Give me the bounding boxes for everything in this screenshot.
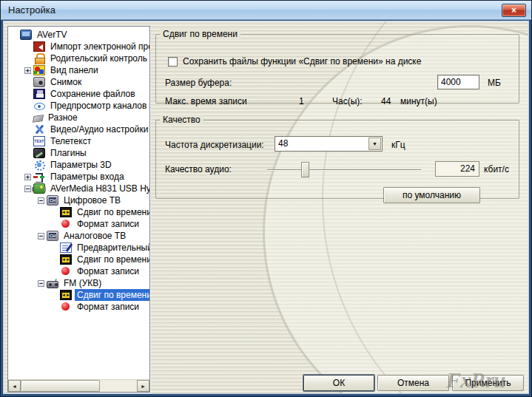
tree-item[interactable]: + Вид панели [8,64,149,76]
tree-item[interactable]: Сдвиг по времени [8,289,149,301]
save-timeshift-checkbox[interactable] [168,57,178,67]
audio-bitrate-value: 224 [435,161,479,177]
tree-item-label: Аналоговое ТВ [61,230,128,242]
tree-item[interactable]: − Аналоговое ТВ [8,230,149,242]
tree-item[interactable]: Импорт электронной прогр [8,41,149,52]
tree-item[interactable]: Параметры 3D [8,159,149,171]
max-record-time-label: Макс. время записи [165,96,247,106]
tree-item[interactable]: Видео/Аудио настройки [8,123,149,135]
tree-item-label: Импорт электронной прогр [48,41,149,52]
tree-item[interactable]: Предпросмотр каналов [8,100,149,112]
tree-item[interactable]: − FM (УКВ) [8,277,149,289]
tree-item[interactable]: Родительский контроль [8,52,149,64]
scroll-right-button[interactable]: ► [137,380,149,392]
import-epg-icon [33,41,45,52]
av-settings-icon [33,124,45,135]
sample-rate-select[interactable]: 48 ▼ [275,136,383,152]
preview-config-icon [60,242,72,253]
tree-item-label: Сохранение файлов [48,88,138,100]
panel-view-icon [33,65,45,75]
parental-control-icon [33,53,45,64]
audio-quality-label: Качество аудио: [165,164,232,174]
slider-track[interactable] [267,169,421,171]
cancel-button[interactable]: Отмена [377,375,449,391]
audio-quality-slider[interactable] [267,162,421,179]
record-format-icon [60,302,72,312]
expand-toggle[interactable]: − [38,280,44,287]
hours-unit-label: Час(ы): [332,96,363,106]
tree-item[interactable]: Сохранение файлов [8,88,149,100]
tree-item[interactable]: Сдвиг по времени [8,254,149,265]
save-timeshift-label: Сохранить файлы функции «Сдвиг по времен… [183,56,421,67]
tree-item-label: AVerTV [35,29,69,41]
file-save-icon [33,89,45,99]
dropdown-arrow-icon[interactable]: ▼ [368,138,381,150]
tree-item[interactable]: AVerTV [8,29,149,41]
tree-item-label: Вид панели [48,64,101,76]
tree-item-label: Сдвиг по времени [75,289,149,301]
audio-bitrate-unit: кбит/с [484,164,509,174]
buffer-size-unit: МБ [488,78,501,88]
minutes-unit-label: минут(ы) [400,96,437,106]
expand-toggle[interactable]: + [24,67,31,74]
digital-tv-icon [47,195,58,206]
expand-toggle[interactable]: − [38,233,44,240]
plugins-icon [33,148,45,158]
tree-item[interactable]: Снимок [8,76,149,88]
titlebar[interactable]: Настройка × [1,1,531,20]
tree-item[interactable]: + Параметры входа [8,171,149,183]
tree-item[interactable]: Разное [8,112,149,123]
tree-item-label: Формат записи [75,265,141,277]
tree-item-label: AVerMedia H831 USB Hybrid [48,183,149,194]
record-format-icon [60,266,72,276]
tree-item[interactable]: − AVerMedia H831 USB Hybrid [8,183,149,194]
sample-rate-label: Частота дискретизации: [165,140,264,150]
buffer-size-input[interactable] [437,75,479,89]
tree-item[interactable]: Сдвиг по времени [8,206,149,218]
expand-toggle[interactable]: − [38,197,44,204]
tree-item[interactable]: − Цифровое ТВ [8,194,149,206]
tree-item[interactable]: Плагины [8,147,149,159]
max-record-hours-value: 1 [299,96,304,106]
tree-item[interactable]: Формат записи [8,218,149,230]
tree-item[interactable]: Формат записи [8,301,149,313]
timeshift-icon [60,207,72,217]
misc-icon [33,115,44,123]
default-button[interactable]: по умолчанию [383,187,480,203]
quality-group-title: Качество [160,115,203,125]
input-params-icon [33,172,45,182]
tree-item[interactable]: Предварительный пр [8,242,149,254]
channel-preview-icon [33,101,45,111]
apply-button[interactable]: Применить [452,375,524,391]
tree-item-label: Сдвиг по времени [75,254,149,265]
tree-item-label: Разное [46,112,80,123]
teletext-icon [33,136,45,146]
dropdown-arrow-glyph: ▼ [372,141,377,146]
tree-item-label: Видео/Аудио настройки [48,123,149,135]
tree-item-label: FM (УКВ) [61,277,104,289]
fm-radio-icon [47,281,58,288]
slider-thumb[interactable] [301,162,309,177]
analog-tv-icon [47,231,58,241]
expand-toggle[interactable]: + [24,174,31,180]
tree-item-label: Параметры входа [48,171,127,183]
scrollbar-thumb[interactable] [21,380,100,392]
expand-toggle[interactable]: − [24,186,31,192]
ok-button[interactable]: ОК [303,375,374,391]
tree-item-label: Цифровое ТВ [61,194,123,206]
tree-item-label: Плагины [48,147,89,159]
tree-horizontal-scrollbar[interactable]: ◄ ► [8,379,149,392]
dialog-body: AVerTV Импорт электронной прогр Родитель… [3,21,529,394]
scroll-left-button[interactable]: ◄ [8,380,21,392]
tree-item-label: Предварительный пр [75,242,149,254]
max-record-minutes-value: 44 [381,96,391,106]
tree-item[interactable]: Формат записи [8,265,149,277]
settings-3d-icon [33,160,45,170]
close-icon: × [511,5,516,16]
tree-item-label: Сдвиг по времени [75,206,149,218]
settings-window: Настройка × AVerTV Импорт электронной пр… [0,0,532,397]
close-button[interactable]: × [502,4,526,17]
tree-item-label: Формат записи [75,218,141,230]
settings-tree: AVerTV Импорт электронной прогр Родитель… [7,26,150,393]
tree-item[interactable]: Телетекст [8,135,149,147]
